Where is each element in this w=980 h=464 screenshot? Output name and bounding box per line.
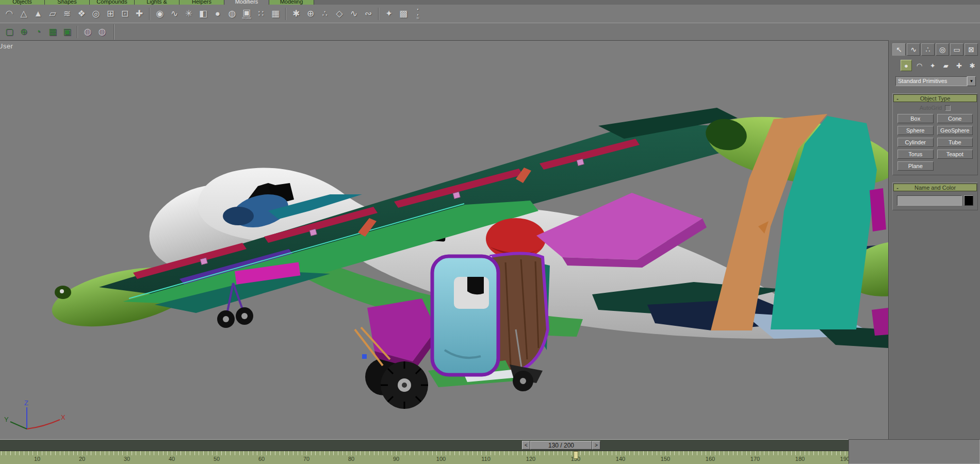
soft-selection-icon[interactable]: ✱ xyxy=(289,7,303,21)
sphere-modifier-icon[interactable]: ● xyxy=(210,7,225,21)
motion-tab-icon[interactable]: ◎ xyxy=(936,43,949,56)
track-bar-ruler[interactable]: 1020304050607080901001101201301401501601… xyxy=(0,451,848,464)
tube-cut-icon[interactable]: ◍ xyxy=(225,7,239,21)
time-slider-track[interactable]: < 130 / 200 > xyxy=(0,439,848,451)
object-color-swatch[interactable] xyxy=(964,195,973,206)
material-id-icon[interactable]: ⁚ID xyxy=(411,7,425,21)
ruler-tick xyxy=(199,451,199,455)
ruler-tick xyxy=(746,451,747,455)
ffd-lattice-icon[interactable]: ∷ xyxy=(254,7,268,21)
shapes-category-icon[interactable]: ◠ xyxy=(914,60,925,71)
collapse-icon[interactable]: - xyxy=(894,185,901,191)
collapse-icon[interactable]: - xyxy=(894,95,901,102)
percent-snap-icon[interactable]: ▣ xyxy=(60,25,74,39)
torus-button[interactable]: Torus xyxy=(897,150,934,159)
ruler-tick xyxy=(87,451,87,455)
axis-z-label: Z xyxy=(24,399,28,407)
next-frame-button[interactable]: > xyxy=(592,441,600,450)
object-type-rollout-header[interactable]: - Object Type xyxy=(893,94,977,102)
dropdown-arrow-icon[interactable]: ▼ xyxy=(967,76,976,86)
globe-mesh-icon[interactable]: ⊕ xyxy=(303,7,318,21)
shelf-tab-objects[interactable]: Objects xyxy=(0,0,45,5)
shelf-tab-modifiers[interactable]: Modifiers xyxy=(224,0,269,5)
create-tab-icon[interactable]: ↖ xyxy=(892,43,906,56)
axis-x-label: X xyxy=(61,413,66,421)
current-frame-marker[interactable] xyxy=(574,451,578,459)
name-color-rollout-header[interactable]: - Name and Color xyxy=(893,184,977,191)
shelf-tab-helpers[interactable]: Helpers xyxy=(179,0,224,5)
display-tab-icon[interactable]: ▭ xyxy=(950,43,963,56)
spherify-modifier-icon[interactable]: ❖ xyxy=(74,7,89,21)
render-sphere-icon-2[interactable]: ◍ xyxy=(95,25,109,39)
ruler-tick xyxy=(620,451,621,455)
mesh-cage-icon[interactable]: ▦ xyxy=(268,7,283,21)
wave-modifier-icon[interactable]: ◉ xyxy=(153,7,167,21)
helpers-category-icon[interactable]: ✚ xyxy=(954,60,965,71)
ruler-tick xyxy=(356,451,356,455)
autogrid-checkbox[interactable] xyxy=(945,105,951,111)
hierarchy-tab-icon[interactable]: ∴ xyxy=(921,43,935,56)
teapot-button[interactable]: Teapot xyxy=(937,150,973,159)
shelf-tab-compounds[interactable]: Compounds xyxy=(90,0,135,5)
pyramid-gizmo-icon[interactable]: ✦ xyxy=(382,7,396,21)
ruler-tick xyxy=(827,451,827,455)
ruler-tick xyxy=(499,451,500,455)
lattice-box-icon[interactable]: ⊡ xyxy=(118,7,132,21)
render-sphere-icon-1[interactable]: ◍ xyxy=(80,25,95,39)
bones-link-icon[interactable]: ∿ xyxy=(167,7,182,21)
xform-modifier-icon[interactable]: ▣XFORM xyxy=(239,7,254,21)
volume-select-icon[interactable]: ✳ xyxy=(182,7,196,21)
ruler-frame-label: 50 xyxy=(206,456,227,462)
ruler-tick xyxy=(194,451,195,455)
sphere-button[interactable]: Sphere xyxy=(897,126,934,135)
cameras-category-icon[interactable]: ▰ xyxy=(940,60,952,71)
snap-cube-icon[interactable]: ▢ xyxy=(2,25,17,39)
transform-gizmo-icon[interactable]: ✚ xyxy=(132,7,146,21)
previous-frame-button[interactable]: < xyxy=(522,441,530,450)
modify-tab-icon[interactable]: ∿ xyxy=(907,43,920,56)
cone-button[interactable]: Cone xyxy=(937,114,973,123)
cylinder-button[interactable]: Cylinder xyxy=(897,138,934,147)
shelf-tab-shapes[interactable]: Shapes xyxy=(45,0,90,5)
ruler-tick xyxy=(472,451,473,455)
primitive-category-dropdown[interactable]: Standard Primitives xyxy=(895,76,967,86)
angle-snap-icon[interactable]: ◔ xyxy=(31,25,45,39)
noise-modifier-icon[interactable]: ≋ xyxy=(60,7,74,21)
object-name-input[interactable] xyxy=(897,195,962,206)
checker-map-icon[interactable]: ▩ xyxy=(396,7,411,21)
spline-edit-icon[interactable]: ∿ xyxy=(347,7,361,21)
push-modifier-icon[interactable]: ◎ xyxy=(89,7,103,21)
tube-button[interactable]: Tube xyxy=(937,138,973,147)
diamond-lattice-icon[interactable]: ◇ xyxy=(332,7,347,21)
geometry-category-icon[interactable]: ● xyxy=(901,60,912,71)
ruler-tick xyxy=(230,451,231,455)
time-slider-button[interactable]: 130 / 200 xyxy=(530,441,592,450)
utilities-tab-icon[interactable]: ⊠ xyxy=(965,43,978,56)
taper-modifier-icon[interactable]: △ xyxy=(17,7,31,21)
geosphere-button[interactable]: GeoSphere xyxy=(937,126,973,135)
plane-button[interactable]: Plane xyxy=(897,161,934,171)
ruler-tick xyxy=(288,451,289,455)
skew-modifier-icon[interactable]: ▱ xyxy=(45,7,60,21)
axis-y-label: Y xyxy=(4,416,9,423)
ruler-frame-label: 90 xyxy=(386,456,406,462)
ruler-tick xyxy=(391,451,392,455)
ruler-tick xyxy=(365,451,365,455)
box-button[interactable]: Box xyxy=(897,114,934,123)
ruler-tick xyxy=(432,451,433,455)
shelf-tab-bar: ObjectsShapesCompoundsLights & CamerasHe… xyxy=(0,0,980,5)
grid-snap-icon[interactable]: ▦ xyxy=(45,25,60,39)
ruler-tick xyxy=(221,451,222,455)
spline-select-icon[interactable]: ∾ xyxy=(361,7,375,21)
scatter-dots-icon[interactable]: ⊞ xyxy=(103,7,118,21)
shelf-tab-lights-cameras[interactable]: Lights & Cameras xyxy=(135,0,179,5)
bend-modifier-icon[interactable]: ◠ xyxy=(2,7,17,21)
symmetry-modifier-icon[interactable]: ◧ xyxy=(196,7,210,21)
systems-category-icon[interactable]: ✱ xyxy=(967,60,978,71)
lights-category-icon[interactable]: ✦ xyxy=(927,60,938,71)
shelf-tab-modeling[interactable]: Modeling xyxy=(269,0,314,5)
point-cache-icon[interactable]: ∴ xyxy=(318,7,332,21)
twist-modifier-icon[interactable]: ▲ xyxy=(31,7,45,21)
snap-target-icon[interactable]: ⊕ xyxy=(17,25,31,39)
viewport-user[interactable]: User Z X Y xyxy=(0,40,889,439)
